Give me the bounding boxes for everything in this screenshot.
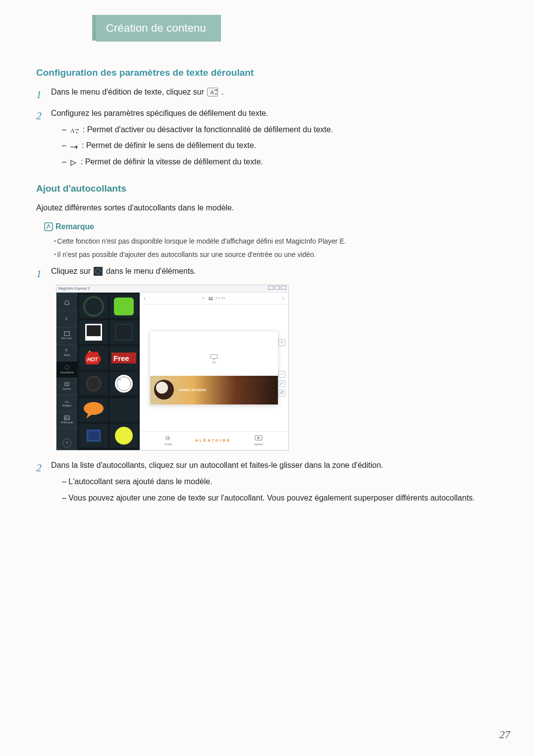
remark-label: Remarque — [55, 222, 94, 231]
svg-marker-7 — [78, 129, 79, 131]
sticker-free[interactable]: Free — [109, 346, 138, 370]
canvas-bottombar: Audio ALÉATOIRE Aperçu — [140, 431, 288, 450]
svg-rect-15 — [64, 332, 69, 336]
stickers-step-1-pre: Cliquez sur — [51, 267, 93, 275]
remark-items: Cette fonction n'est pas disponible lors… — [44, 236, 510, 260]
svg-point-21 — [84, 297, 103, 316]
bullet-scroll-toggle-text: : Permet d'activer ou désactiver la fonc… — [83, 125, 333, 134]
step-1: 1 Dans le menu d'édition de texte, cliqu… — [36, 86, 510, 99]
stickers-bullet-1: L'autocollant sera ajouté dans le modèle… — [62, 476, 510, 488]
app-titlebar: MagicInfo Express 2 — [56, 285, 288, 293]
sticker-menu-icon — [94, 267, 103, 276]
svg-text:HOT: HOT — [87, 357, 98, 362]
sidebar-item-widgets[interactable]: Widgets — [56, 395, 77, 412]
zoom-out-button[interactable]: − — [278, 371, 285, 378]
sticker-seal-white[interactable]: N°1 — [109, 372, 138, 396]
letter-a-arrow-icon: A — [69, 127, 79, 134]
sidebar-item-back[interactable] — [56, 311, 77, 328]
sidebar-item-mycontent[interactable]: Mon cont. — [56, 328, 77, 345]
svg-point-31 — [115, 375, 133, 393]
step-number-2: 2 — [36, 107, 42, 124]
step-2: 2 Configurez les paramètres spécifiques … — [36, 107, 510, 168]
sidebar-item-text[interactable]: TTexte — [56, 345, 77, 361]
sidebar-item-background[interactable]: Arrière-plan — [56, 412, 77, 429]
slide-tv-block: TV — [150, 342, 278, 377]
canvas-tool-column: + − ⤢ ↺ — [278, 339, 285, 397]
arrow-right-icon — [69, 144, 78, 150]
step-number-1b: 1 — [36, 265, 42, 282]
remark-item-2: Il n'est pas possible d'ajouter des auto… — [54, 250, 510, 260]
sticker-photo-frame[interactable] — [79, 320, 108, 344]
sidebar-spacer — [56, 429, 77, 439]
bullet-scroll-direction: : Permet de définir le sens de défilemen… — [62, 140, 510, 152]
sidebar-item-source[interactable]: Source — [56, 378, 77, 395]
chapter-tab: Création de contenu — [96, 15, 221, 42]
svg-text:A: A — [210, 89, 214, 95]
sticker-hot[interactable]: HOT — [79, 346, 108, 370]
slide-food-strip: Healthy Breakfast — [150, 376, 278, 404]
svg-rect-24 — [87, 325, 101, 336]
sticker-photo-frame-2[interactable] — [109, 320, 138, 344]
app-window: MagicInfo Express 2 Mon cont. TTexte Aut… — [56, 285, 289, 451]
sticker-circle-dark[interactable] — [79, 295, 108, 318]
canvas-topbar: ‹ ▾ 02 03 04 › — [140, 293, 288, 304]
section-title-stickers: Ajout d'autocollants — [36, 183, 510, 194]
sticker-empty[interactable] — [109, 398, 138, 422]
svg-marker-10 — [76, 145, 78, 149]
sticker-grid: HOT Free N°1 — [77, 293, 140, 450]
stickers-step-2: 2 Dans la liste d'autocollants, cliquez … — [36, 459, 510, 504]
svg-rect-22 — [114, 298, 134, 315]
sidebar-item-stickers[interactable]: Autocollants — [56, 361, 77, 378]
svg-text:A: A — [70, 127, 75, 134]
section-title-scrolling: Configuration des paramètres de texte dé… — [36, 67, 510, 78]
bullet-scroll-direction-text: : Permet de définir le sens de défilemen… — [82, 141, 256, 150]
canvas-main[interactable]: TV Healthy Breakfast + − ⤢ — [140, 304, 288, 431]
audio-button[interactable]: Audio — [165, 435, 172, 447]
tv-icon — [210, 353, 218, 360]
sticker-tag-navy[interactable] — [79, 424, 108, 448]
svg-marker-11 — [71, 160, 76, 165]
bullet-scroll-speed: : Permet de définir la vitesse de défile… — [62, 156, 510, 168]
random-button[interactable]: ALÉATOIRE — [195, 438, 231, 444]
stickers-step-2-lead: Dans la liste d'autocollants, cliquez su… — [51, 459, 510, 472]
stickers-intro: Ajoutez différentes sortes d'autocollant… — [36, 202, 510, 214]
sidebar-help[interactable]: ? — [62, 439, 71, 448]
bullet-scroll-toggle: A : Permet d'activer ou désactiver la fo… — [62, 124, 510, 136]
speaker-icon — [165, 435, 172, 441]
window-buttons[interactable] — [267, 286, 286, 292]
play-outline-icon — [69, 159, 77, 166]
step-2-lead: Configurez les paramètres spécifiques de… — [51, 107, 510, 120]
slide[interactable]: TV Healthy Breakfast — [150, 331, 278, 405]
step-1-text-pre: Dans le menu d'édition de texte, cliquez… — [51, 88, 206, 96]
tool-spacer — [278, 349, 285, 368]
svg-point-29 — [85, 375, 102, 392]
svg-marker-41 — [258, 437, 260, 439]
chapter-tab-accent — [92, 15, 96, 41]
preview-icon — [255, 435, 263, 441]
note-icon — [44, 222, 53, 231]
scroll-toggle-icon: A — [207, 88, 218, 97]
sticker-rect-green[interactable] — [109, 295, 138, 318]
reset-button[interactable]: ↺ — [278, 390, 285, 397]
app-sidebar: Mon cont. TTexte Autocollants Source Wid… — [56, 293, 77, 450]
page-number: 27 — [499, 728, 510, 741]
stickers-step-2-bullets: L'autocollant sera ajouté dans le modèle… — [51, 476, 510, 504]
sticker-circle-yellow[interactable] — [109, 424, 138, 448]
preview-button[interactable]: Aperçu — [254, 435, 263, 447]
next-slide-button[interactable]: › — [282, 294, 284, 302]
step-number-2b: 2 — [36, 459, 42, 476]
prev-slide-button[interactable]: ‹ — [144, 294, 146, 302]
svg-rect-38 — [211, 354, 217, 358]
timecodes[interactable]: ▾ 02 03 04 — [203, 296, 226, 301]
stickers-step-1-post: dans le menu d'éléments. — [106, 267, 196, 275]
stickers-step-1: 1 Cliquez sur dans le menu d'éléments. M… — [36, 265, 510, 451]
svg-point-37 — [115, 427, 133, 445]
svg-rect-35 — [86, 429, 101, 442]
sticker-seal-dark[interactable] — [79, 372, 108, 396]
sticker-speech-orange[interactable] — [79, 398, 108, 422]
svg-text:T: T — [65, 348, 68, 353]
svg-rect-13 — [94, 267, 103, 276]
sidebar-item-home[interactable] — [56, 294, 77, 311]
zoom-in-button[interactable]: + — [278, 339, 285, 346]
fit-button[interactable]: ⤢ — [278, 380, 285, 387]
